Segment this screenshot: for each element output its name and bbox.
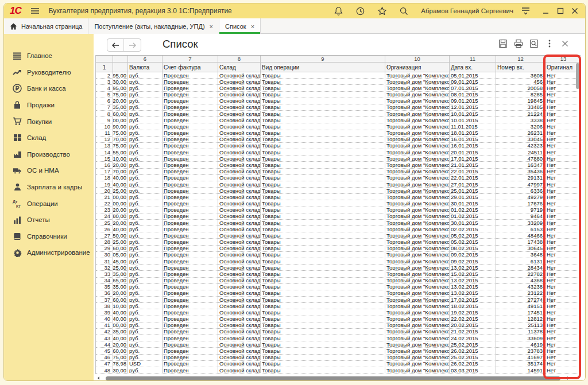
cell-organization[interactable]: Торговый дом "Комплексный <box>385 85 450 91</box>
cell-date-in[interactable]: 24.02.2015 <box>450 335 496 341</box>
column-header[interactable] <box>113 63 128 72</box>
cell-warehouse[interactable]: Основной склад <box>218 239 261 244</box>
cell-organization[interactable]: Торговый дом "Комплексный <box>385 246 450 251</box>
cell-operation[interactable]: Товары <box>261 220 385 225</box>
cell-organization[interactable]: Торговый дом "Комплексный <box>385 111 450 116</box>
cell-operation[interactable]: Товары <box>261 284 385 290</box>
cell-operation[interactable]: Товары <box>261 361 385 367</box>
cell-operation[interactable]: Товары <box>261 341 385 347</box>
close-button[interactable] <box>571 7 579 15</box>
cell-currency[interactable]: руб. <box>128 335 163 341</box>
cell-sum[interactable]: 310,00 <box>113 303 128 309</box>
cell-warehouse[interactable]: Основной склад <box>218 213 261 219</box>
cell-operation[interactable]: Товары <box>261 137 385 142</box>
cell-currency[interactable]: руб. <box>128 246 163 251</box>
cell-sum[interactable]: 425,00 <box>113 188 128 193</box>
cell-organization[interactable]: Торговый дом "Комплексный <box>385 200 450 206</box>
cell-invoice[interactable]: Проведен <box>163 252 218 258</box>
cell-invoice[interactable]: Проведен <box>163 232 218 238</box>
search-icon[interactable] <box>399 6 409 16</box>
cell-number-in[interactable]: 42323 <box>496 143 546 149</box>
cell-currency[interactable]: руб. <box>128 232 163 238</box>
cell-operation[interactable]: Товары <box>261 297 385 302</box>
cell-operation[interactable]: Товары <box>261 355 385 360</box>
tab-home[interactable]: Начальная страница <box>4 18 88 34</box>
cell-organization[interactable]: Торговый дом "Комплексный <box>385 316 450 322</box>
cell-date-in[interactable]: 08.02.2015 <box>450 246 496 251</box>
close-form-button[interactable] <box>560 38 570 49</box>
cell-invoice[interactable]: Проведен <box>163 316 218 322</box>
cell-operation[interactable]: Товары <box>261 252 385 258</box>
cell-currency[interactable]: руб. <box>128 130 163 136</box>
cell-currency[interactable]: руб. <box>128 303 163 309</box>
cell-date-in[interactable]: 09.01.2015 <box>450 79 496 84</box>
cell-organization[interactable]: Торговый дом "Комплексный <box>385 143 450 149</box>
cell-date-in[interactable]: 12.01.2015 <box>450 104 496 110</box>
cell-invoice[interactable]: Проведен <box>163 175 218 181</box>
tab-close-icon[interactable]: × <box>251 23 254 30</box>
cell-currency[interactable]: руб. <box>128 341 163 347</box>
tab-1[interactable]: Поступление (акты, накладные, УПД)× <box>88 18 219 34</box>
cell-sum[interactable]: 495,00 <box>113 72 128 78</box>
cell-date-in[interactable]: 18.01.2015 <box>450 130 496 136</box>
cell-invoice[interactable]: Проведен <box>163 239 218 244</box>
cell-warehouse[interactable]: Основной склад <box>218 258 261 264</box>
cell-date-in[interactable]: 13.02.2015 <box>450 290 496 296</box>
cell-date-in[interactable]: 08.01.2015 <box>450 92 496 98</box>
cell-currency[interactable]: руб. <box>128 194 163 200</box>
cell-operation[interactable]: Товары <box>261 181 385 187</box>
cell-organization[interactable]: Торговый дом "Комплексный <box>385 155 450 161</box>
cell-organization[interactable]: Торговый дом "Комплексный <box>385 175 450 181</box>
cell-warehouse[interactable]: Основной склад <box>218 169 261 174</box>
cell-organization[interactable]: Торговый дом "Комплексный <box>385 239 450 244</box>
cell-date-in[interactable]: 01.02.2015 <box>450 207 496 213</box>
cell-date-in[interactable]: 30.01.2015 <box>450 220 496 225</box>
user-name[interactable]: Абрамов Геннадий Сергеевич <box>421 7 513 14</box>
cell-operation[interactable]: Товары <box>261 239 385 244</box>
cell-operation[interactable]: Товары <box>261 130 385 136</box>
sidebar-item-ruble[interactable]: Банк и касса <box>4 80 94 97</box>
cell-date-in[interactable]: 19.02.2015 <box>450 309 496 315</box>
cell-currency[interactable]: руб. <box>128 220 163 225</box>
cell-warehouse[interactable]: Основной склад <box>218 220 261 225</box>
cell-organization[interactable]: Торговый дом "Комплексный <box>385 72 450 78</box>
cell-date-in[interactable]: 09.02.2015 <box>450 252 496 258</box>
cell-operation[interactable]: Товары <box>261 207 385 213</box>
cell-date-in[interactable]: 13.02.2015 <box>450 278 496 283</box>
cell-currency[interactable]: USD <box>128 361 163 367</box>
cell-currency[interactable]: руб. <box>128 290 163 296</box>
cell-date-in[interactable]: 01.02.2015 <box>450 213 496 219</box>
cell-warehouse[interactable]: Основной склад <box>218 278 261 283</box>
cell-sum[interactable]: 340,00 <box>113 309 128 315</box>
cell-number-in[interactable]: 17438 <box>496 239 546 244</box>
cell-sum[interactable]: 135,00 <box>113 271 128 277</box>
cell-date-in[interactable]: 15.02.2015 <box>450 271 496 277</box>
cell-operation[interactable]: Товары <box>261 162 385 168</box>
sidebar-item-chart[interactable]: Отчеты <box>4 212 94 228</box>
cell-invoice[interactable]: Проведен <box>163 123 218 129</box>
cell-sum[interactable]: 570,00 <box>113 137 128 142</box>
cell-sum[interactable]: 340,00 <box>113 226 128 232</box>
cell-sum[interactable]: 530,00 <box>113 79 128 84</box>
cell-warehouse[interactable]: Основной склад <box>218 149 261 155</box>
cell-warehouse[interactable]: Основной склад <box>218 175 261 181</box>
cell-date-in[interactable]: 20.01.2015 <box>450 149 496 155</box>
cell-organization[interactable]: Торговый дом "Комплексный <box>385 367 450 373</box>
cell-invoice[interactable]: Проведен <box>163 117 218 123</box>
cell-warehouse[interactable]: Основной склад <box>218 137 261 142</box>
cell-currency[interactable]: руб. <box>128 297 163 302</box>
cell-date-in[interactable]: 16.01.2015 <box>450 137 496 142</box>
cell-organization[interactable]: Торговый дом "Комплексный <box>385 329 450 335</box>
cell-organization[interactable]: Торговый дом "Комплексный <box>385 290 450 296</box>
cell-invoice[interactable]: Проведен <box>163 137 218 142</box>
cell-operation[interactable]: Товары <box>261 175 385 181</box>
minimize-button[interactable] <box>542 7 550 15</box>
cell-warehouse[interactable]: Основной склад <box>218 309 261 315</box>
cell-sum[interactable]: 420,00 <box>113 207 128 213</box>
cell-warehouse[interactable]: Основной склад <box>218 252 261 258</box>
forward-button[interactable] <box>124 39 141 51</box>
cell-currency[interactable]: руб. <box>128 162 163 168</box>
cell-currency[interactable]: руб. <box>128 117 163 123</box>
cell-currency[interactable]: руб. <box>128 175 163 181</box>
cell-invoice[interactable]: Проведен <box>163 348 218 353</box>
